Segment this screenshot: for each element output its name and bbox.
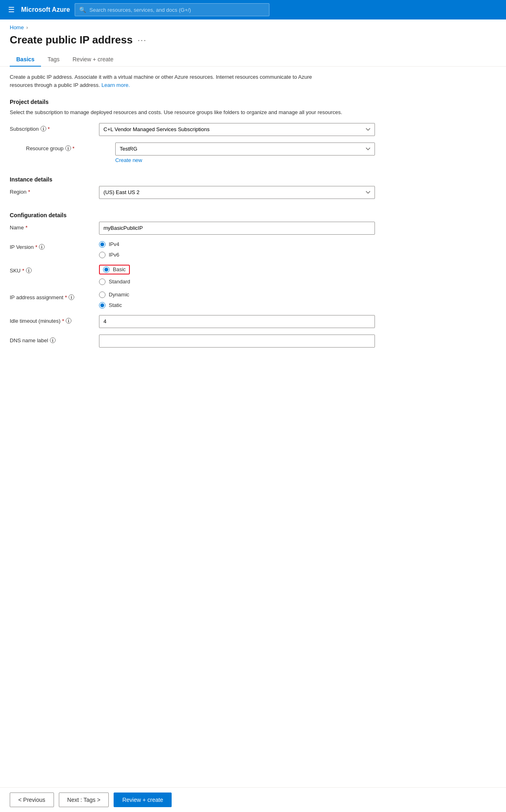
ip-assignment-static-option[interactable]: Static bbox=[99, 302, 375, 309]
dns-control bbox=[99, 335, 375, 348]
search-bar[interactable]: 🔍 bbox=[75, 3, 269, 16]
ip-assignment-required: * bbox=[65, 294, 67, 300]
ip-assignment-static-label: Static bbox=[109, 302, 122, 308]
sku-required: * bbox=[22, 268, 24, 274]
sku-control: Basic Standard bbox=[99, 265, 375, 285]
instance-details-section: Instance details Region * (US) East US 2 bbox=[0, 173, 506, 199]
idle-timeout-required: * bbox=[62, 318, 64, 324]
configuration-details-title: Configuration details bbox=[10, 212, 496, 218]
sku-basic-radio[interactable] bbox=[103, 266, 110, 273]
name-required: * bbox=[26, 225, 28, 231]
top-navigation: ☰ Microsoft Azure 🔍 bbox=[0, 0, 506, 19]
ip-version-control: IPv4 IPv6 bbox=[99, 241, 375, 258]
ip-version-ipv4-option[interactable]: IPv4 bbox=[99, 241, 375, 248]
region-required: * bbox=[28, 189, 30, 195]
configuration-details-section: Configuration details Name * IP Version … bbox=[0, 209, 506, 348]
ellipsis-menu[interactable]: ··· bbox=[138, 35, 147, 45]
sku-standard-label: Standard bbox=[109, 279, 130, 285]
dns-input[interactable] bbox=[99, 335, 375, 348]
resource-group-required: * bbox=[73, 145, 75, 151]
subscription-select[interactable]: C+L Vendor Managed Services Subscription… bbox=[99, 123, 375, 136]
sku-basic-label: Basic bbox=[113, 266, 126, 272]
search-icon: 🔍 bbox=[79, 6, 86, 13]
page-title: Create public IP address bbox=[10, 34, 133, 46]
subscription-row: Subscription ℹ * C+L Vendor Managed Serv… bbox=[10, 123, 375, 136]
region-row: Region * (US) East US 2 bbox=[10, 186, 375, 199]
region-control: (US) East US 2 bbox=[99, 186, 375, 199]
ip-assignment-info-icon[interactable]: ℹ bbox=[69, 294, 74, 300]
ip-assignment-static-radio[interactable] bbox=[99, 302, 106, 309]
tab-review-create[interactable]: Review + create bbox=[66, 53, 120, 67]
learn-more-link[interactable]: Learn more. bbox=[101, 82, 130, 88]
resource-group-label: Resource group ℹ * bbox=[26, 143, 115, 151]
idle-timeout-control bbox=[99, 315, 375, 328]
create-new-link[interactable]: Create new bbox=[115, 157, 375, 163]
breadcrumb-home[interactable]: Home bbox=[10, 24, 24, 30]
dns-info-icon[interactable]: ℹ bbox=[50, 337, 56, 343]
footer: < Previous Next : Tags > Review + create bbox=[0, 787, 506, 812]
description-text: Create a public IP address. Associate it… bbox=[10, 74, 312, 88]
tabs-container: Basics Tags Review + create bbox=[0, 46, 506, 67]
resource-group-row: Resource group ℹ * TestRG Create new bbox=[10, 143, 375, 163]
idle-timeout-info-icon[interactable]: ℹ bbox=[66, 318, 71, 324]
ip-assignment-dynamic-option[interactable]: Dynamic bbox=[99, 292, 375, 298]
ip-assignment-dynamic-radio[interactable] bbox=[99, 292, 106, 298]
tab-tags[interactable]: Tags bbox=[41, 53, 66, 67]
sku-basic-option[interactable]: Basic bbox=[99, 265, 375, 274]
resource-group-info-icon[interactable]: ℹ bbox=[65, 145, 71, 151]
next-button[interactable]: Next : Tags > bbox=[59, 793, 109, 807]
ip-assignment-row: IP address assignment * ℹ Dynamic Static bbox=[10, 292, 375, 309]
tab-basics[interactable]: Basics bbox=[10, 53, 41, 67]
sku-label: SKU * ℹ bbox=[10, 265, 99, 274]
review-create-button[interactable]: Review + create bbox=[114, 793, 172, 807]
hamburger-icon[interactable]: ☰ bbox=[6, 4, 16, 16]
ip-assignment-control: Dynamic Static bbox=[99, 292, 375, 309]
instance-details-title: Instance details bbox=[10, 176, 496, 183]
name-control bbox=[99, 222, 375, 235]
ip-version-ipv6-radio[interactable] bbox=[99, 252, 106, 258]
subscription-required: * bbox=[48, 126, 50, 132]
subscription-info-icon[interactable]: ℹ bbox=[41, 126, 46, 132]
region-label: Region * bbox=[10, 186, 99, 195]
sku-basic-highlight: Basic bbox=[99, 265, 130, 274]
ip-assignment-label: IP address assignment * ℹ bbox=[10, 292, 99, 300]
ip-assignment-radio-group: Dynamic Static bbox=[99, 292, 375, 309]
sku-row: SKU * ℹ Basic Standa bbox=[10, 265, 375, 285]
ip-version-row: IP Version * ℹ IPv4 IPv6 bbox=[10, 241, 375, 258]
sku-info-icon[interactable]: ℹ bbox=[26, 268, 32, 273]
page-container: Home › Create public IP address ··· Basi… bbox=[0, 19, 506, 812]
subscription-control: C+L Vendor Managed Services Subscription… bbox=[99, 123, 375, 136]
subscription-label: Subscription ℹ * bbox=[10, 123, 99, 132]
resource-group-control: TestRG Create new bbox=[115, 143, 375, 163]
idle-timeout-row: Idle timeout (minutes) * ℹ bbox=[10, 315, 375, 328]
name-label: Name * bbox=[10, 222, 99, 231]
ip-version-info-icon[interactable]: ℹ bbox=[39, 244, 45, 250]
resource-group-select[interactable]: TestRG bbox=[115, 143, 375, 155]
sku-standard-radio[interactable] bbox=[99, 279, 106, 285]
name-input[interactable] bbox=[99, 222, 375, 235]
idle-timeout-input[interactable] bbox=[99, 315, 375, 328]
ip-version-ipv6-option[interactable]: IPv6 bbox=[99, 252, 375, 258]
name-row: Name * bbox=[10, 222, 375, 235]
breadcrumb-separator: › bbox=[26, 25, 28, 30]
brand-name: Microsoft Azure bbox=[21, 6, 70, 13]
ip-version-radio-group: IPv4 IPv6 bbox=[99, 241, 375, 258]
dns-label-label: DNS name label ℹ bbox=[10, 335, 99, 343]
project-details-desc: Select the subscription to manage deploy… bbox=[10, 108, 355, 117]
ip-version-required: * bbox=[35, 244, 37, 250]
page-title-area: Create public IP address ··· bbox=[0, 30, 506, 46]
ip-version-ipv6-label: IPv6 bbox=[109, 252, 119, 258]
ip-assignment-dynamic-label: Dynamic bbox=[109, 292, 129, 298]
project-details-title: Project details bbox=[10, 99, 496, 105]
sku-standard-option[interactable]: Standard bbox=[99, 279, 375, 285]
page-description: Create a public IP address. Associate it… bbox=[0, 67, 345, 95]
sku-radio-group: Basic Standard bbox=[99, 265, 375, 285]
region-select[interactable]: (US) East US 2 bbox=[99, 186, 375, 199]
project-details-section: Project details Select the subscription … bbox=[0, 95, 506, 163]
dns-label-row: DNS name label ℹ bbox=[10, 335, 375, 348]
search-input[interactable] bbox=[89, 7, 265, 13]
ip-version-ipv4-radio[interactable] bbox=[99, 241, 106, 248]
idle-timeout-label: Idle timeout (minutes) * ℹ bbox=[10, 315, 99, 324]
ip-version-label: IP Version * ℹ bbox=[10, 241, 99, 250]
previous-button[interactable]: < Previous bbox=[10, 793, 54, 807]
